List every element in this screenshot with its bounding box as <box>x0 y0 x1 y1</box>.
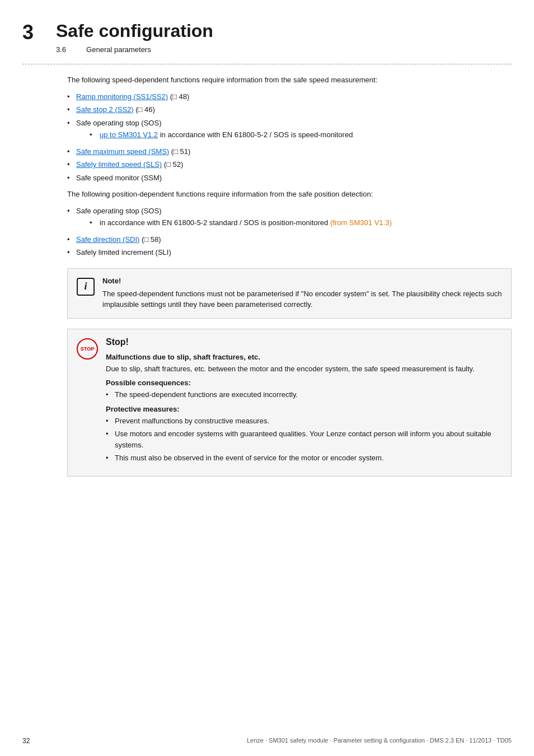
content-area: The following speed-dependent functions … <box>0 74 534 477</box>
sos-position-text: in accordance with EN 61800-5-2 standard… <box>100 218 330 227</box>
sm301-v13-highlight: (from SM301 V1.3) <box>330 218 392 227</box>
note-content: Note! The speed-dependent functions must… <box>102 277 502 310</box>
stop-body1: Due to slip, shaft fractures, etc. betwe… <box>106 363 502 375</box>
ramp-monitoring-link[interactable]: Ramp monitoring (SS1/SS2) <box>76 92 168 101</box>
position-functions-list: Safe operating stop (SOS) in accordance … <box>67 206 512 258</box>
stop-icon: STOP <box>77 338 98 360</box>
stop-measure-item-1: Prevent malfunctions by constructive mea… <box>106 416 502 427</box>
list-item: Safely limited speed (SLS) (□ 52) <box>67 159 512 170</box>
page-header: 3 Safe configuration 3.6 General paramet… <box>0 11 534 58</box>
note-box: i Note! The speed-dependent functions mu… <box>67 268 512 319</box>
chapter-title-block: Safe configuration 3.6 General parameter… <box>56 21 213 54</box>
ssm-label: Safe speed monitor (SSM) <box>76 174 162 182</box>
stop-box: STOP Stop! Malfunctions due to slip, sha… <box>67 329 512 477</box>
speed-functions-list: Ramp monitoring (SS1/SS2) (□ 48) Safe st… <box>67 91 512 184</box>
sli-label: Safely limited increment (SLI) <box>76 248 171 256</box>
sm301-v12-link[interactable]: up to SM301 V1.2 <box>100 130 158 139</box>
stop-consequence-text: The speed-dependent functions are execut… <box>115 390 298 399</box>
intro-position-text: The following position-dependent functio… <box>67 189 512 200</box>
sos-position-sub-item: in accordance with EN 61800-5-2 standard… <box>82 217 512 228</box>
page-footer: 32 Lenze · SM301 safety module · Paramet… <box>0 737 534 745</box>
stop-measure-item-3: This must also be observed in the event … <box>106 452 502 464</box>
list-item: Safe direction (SDI) (□ 58) <box>67 234 512 245</box>
safe-stop2-link[interactable]: Safe stop 2 (SS2) <box>76 105 134 114</box>
sms-link[interactable]: Safe maximum speed (SMS) <box>76 147 169 156</box>
sdi-link[interactable]: Safe direction (SDI) <box>76 235 139 244</box>
sos-position-label: Safe operating stop (SOS) <box>76 207 161 215</box>
list-item: Safe operating stop (SOS) up to SM301 V1… <box>67 118 512 141</box>
list-item: Safe speed monitor (SSM) <box>67 172 512 184</box>
footer-page-number: 32 <box>22 737 30 745</box>
intro-speed-text: The following speed-dependent functions … <box>67 74 512 86</box>
stop-measure-text-2: Use motors and encoder systems with guar… <box>115 430 491 449</box>
stop-measure-text-1: Prevent malfunctions by constructive mea… <box>115 417 269 425</box>
stop-consequences-label: Possible consequences: <box>106 379 502 387</box>
stop-consequences-list: The speed-dependent functions are execut… <box>106 389 502 400</box>
page-ref-ss2: (□ 46) <box>135 105 155 114</box>
sos-sub-item: up to SM301 V1.2 in accordance with EN 6… <box>82 129 512 141</box>
list-item: Safe stop 2 (SS2) (□ 46) <box>67 104 512 115</box>
stop-consequence-item: The speed-dependent functions are execut… <box>106 389 502 400</box>
chapter-number: 3 <box>22 21 56 44</box>
sos-sub-list: up to SM301 V1.2 in accordance with EN 6… <box>76 129 512 141</box>
stop-title: Stop! <box>106 337 502 347</box>
chapter-title: Safe configuration <box>56 21 213 41</box>
list-item: Safe maximum speed (SMS) (□ 51) <box>67 146 512 157</box>
stop-measure-item-2: Use motors and encoder systems with guar… <box>106 428 502 450</box>
stop-measure-text-3: This must also be observed in the event … <box>115 454 384 462</box>
sos-label: Safe operating stop (SOS) <box>76 119 161 127</box>
note-icon: i <box>77 278 95 296</box>
note-body: The speed-dependent functions must not b… <box>102 288 502 310</box>
sos-sub-text: in accordance with EN 61800-5-2 / SOS is… <box>160 130 353 139</box>
page-ref-sdi: (□ 58) <box>142 235 161 244</box>
section-title: General parameters <box>86 45 151 54</box>
page-ref-sms: (□ 51) <box>171 147 191 156</box>
sos-position-sub-list: in accordance with EN 61800-5-2 standard… <box>76 217 512 228</box>
stop-measures-label: Protective measures: <box>106 405 502 413</box>
footer-doc-info: Lenze · SM301 safety module · Parameter … <box>247 737 512 745</box>
list-item: Safe operating stop (SOS) in accordance … <box>67 206 512 228</box>
list-item: Ramp monitoring (SS1/SS2) (□ 48) <box>67 91 512 102</box>
page-ref-ramp: (□ 48) <box>170 92 190 101</box>
sls-link[interactable]: Safely limited speed (SLS) <box>76 160 162 169</box>
section-divider <box>22 64 512 64</box>
stop-measures-list: Prevent malfunctions by constructive mea… <box>106 416 502 464</box>
section-number: 3.6 <box>56 45 66 54</box>
list-item: Safely limited increment (SLI) <box>67 247 512 258</box>
stop-content: Stop! Malfunctions due to slip, shaft fr… <box>106 337 502 468</box>
note-title: Note! <box>102 277 502 285</box>
page-ref-sls: (□ 52) <box>164 160 184 169</box>
stop-subtitle: Malfunctions due to slip, shaft fracture… <box>106 353 502 361</box>
